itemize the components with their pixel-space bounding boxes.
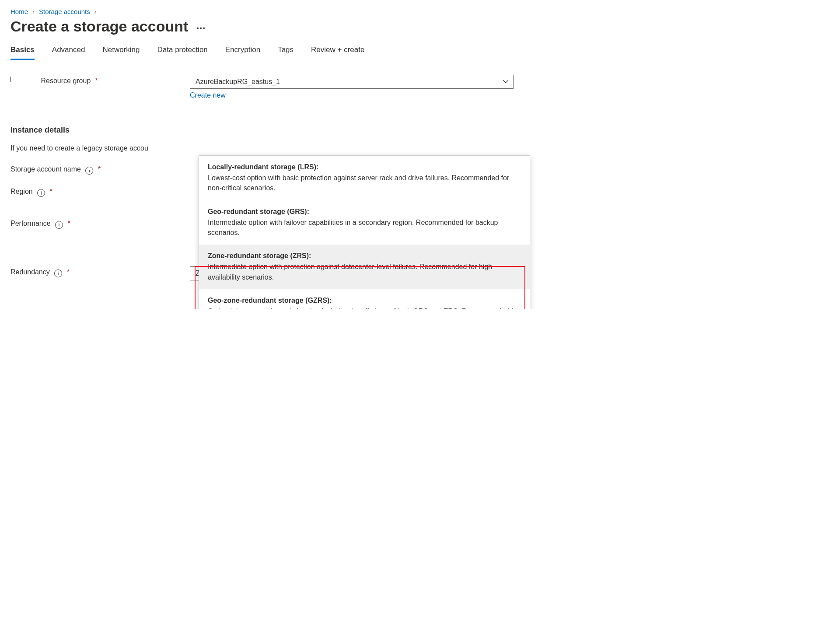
info-icon[interactable]: i — [54, 270, 62, 277]
tab-basics[interactable]: Basics — [10, 46, 35, 60]
tab-advanced[interactable]: Advanced — [52, 46, 85, 60]
required-indicator: * — [67, 268, 70, 276]
required-indicator: * — [95, 77, 98, 84]
option-grs[interactable]: Geo-redundant storage (GRS): Intermediat… — [199, 200, 530, 245]
tab-data-protection[interactable]: Data protection — [157, 46, 208, 60]
tab-encryption[interactable]: Encryption — [225, 46, 260, 60]
resource-group-label: Resource group — [41, 77, 91, 84]
tree-branch-icon — [10, 77, 35, 82]
info-icon[interactable]: i — [85, 167, 93, 175]
storage-account-name-label: Storage account name — [10, 165, 81, 173]
option-gzrs[interactable]: Geo-zone-redundant storage (GZRS): Optim… — [199, 289, 530, 309]
create-new-link[interactable]: Create new — [190, 91, 226, 99]
performance-label: Performance — [10, 220, 51, 227]
info-icon[interactable]: i — [55, 221, 63, 229]
info-icon[interactable]: i — [37, 189, 45, 197]
legacy-note: If you need to create a legacy storage a… — [10, 144, 527, 152]
option-lrs[interactable]: Locally-redundant storage (LRS): Lowest-… — [199, 156, 530, 200]
tab-review[interactable]: Review + create — [311, 46, 364, 60]
resource-group-select[interactable]: AzureBackupRG_eastus_1 — [190, 75, 514, 89]
breadcrumb-storage-accounts[interactable]: Storage accounts — [39, 8, 90, 15]
option-grs-desc: Intermediate option with failover capabi… — [208, 217, 521, 238]
instance-details-header: Instance details — [10, 126, 527, 135]
required-indicator: * — [50, 188, 52, 195]
chevron-right-icon: › — [32, 8, 35, 15]
option-lrs-desc: Lowest-cost option with basic protection… — [208, 173, 521, 193]
required-indicator: * — [68, 220, 70, 227]
required-indicator: * — [98, 165, 101, 173]
redundancy-dropdown: Locally-redundant storage (LRS): Lowest-… — [199, 155, 530, 309]
chevron-down-icon — [503, 79, 509, 84]
option-grs-title: Geo-redundant storage (GRS): — [208, 206, 521, 217]
option-zrs-desc: Intermediate option with protection agai… — [208, 262, 521, 282]
chevron-right-icon: › — [94, 8, 97, 15]
breadcrumb-home[interactable]: Home — [10, 8, 28, 15]
redundancy-label: Redundancy — [10, 268, 50, 276]
region-label: Region — [10, 188, 33, 195]
option-gzrs-title: Geo-zone-redundant storage (GZRS): — [208, 295, 521, 305]
tabs: Basics Advanced Networking Data protecti… — [10, 46, 527, 60]
page-title: Create a storage account — [10, 18, 188, 35]
option-zrs[interactable]: Zone-redundant storage (ZRS): Intermedia… — [199, 245, 530, 289]
tab-networking[interactable]: Networking — [102, 46, 140, 60]
option-zrs-title: Zone-redundant storage (ZRS): — [208, 251, 521, 261]
option-gzrs-desc: Optimal data protection solution that in… — [208, 306, 521, 309]
tab-tags[interactable]: Tags — [278, 46, 293, 60]
breadcrumb: Home › Storage accounts › — [10, 8, 527, 15]
more-actions-button[interactable]: … — [196, 20, 206, 33]
option-lrs-title: Locally-redundant storage (LRS): — [208, 162, 521, 172]
resource-group-value: AzureBackupRG_eastus_1 — [196, 78, 280, 85]
